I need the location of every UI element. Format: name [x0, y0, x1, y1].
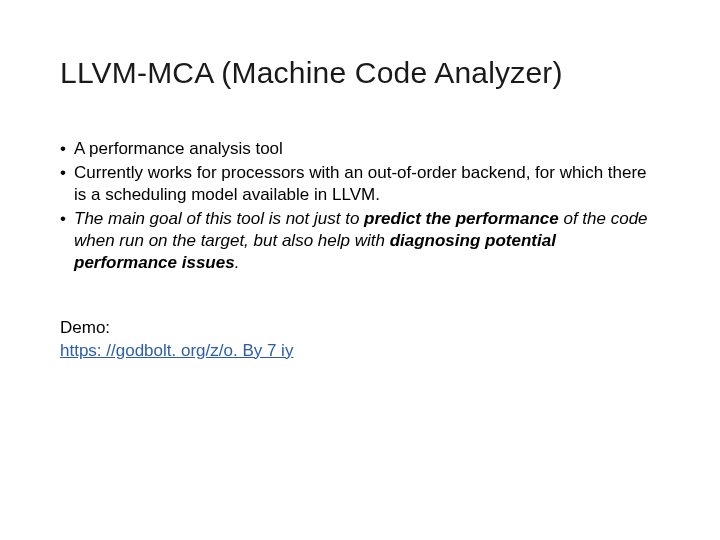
bullet-text-fragment: .: [235, 253, 240, 272]
demo-label: Demo:: [60, 317, 660, 340]
bullet-item: Currently works for processors with an o…: [60, 162, 660, 206]
demo-section: Demo: https: //godbolt. org/z/o. By 7 iy: [60, 317, 660, 363]
demo-link[interactable]: https: //godbolt. org/z/o. By 7 iy: [60, 341, 293, 360]
bullet-item: A performance analysis tool: [60, 138, 660, 160]
bullet-item: The main goal of this tool is not just t…: [60, 208, 660, 274]
slide-title: LLVM-MCA (Machine Code Analyzer): [60, 56, 660, 90]
bullet-text-emphasis: predict the performance: [364, 209, 559, 228]
bullet-list: A performance analysis tool Currently wo…: [60, 138, 660, 275]
bullet-text-fragment: The main goal of this tool is not just t…: [74, 209, 364, 228]
